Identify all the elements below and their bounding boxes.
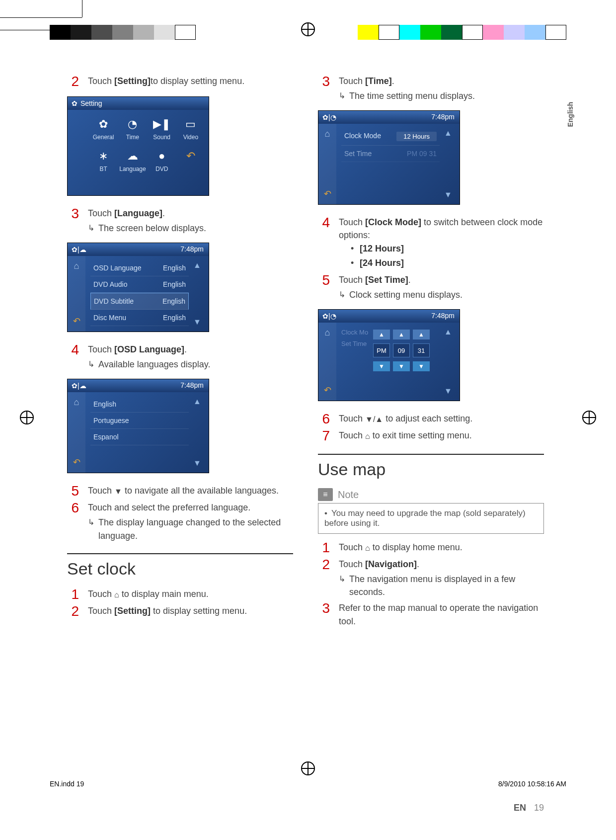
step-text: Touch ⌂ to display home menu. (339, 541, 544, 554)
step-text: Refer to the map manual to operate the n… (339, 601, 544, 627)
spinner-down-row: ▼▼▼ (373, 361, 430, 371)
gear-icon: ✿ (95, 116, 112, 133)
screenshot-sidebar: ⌂↶ (68, 256, 85, 332)
slug-timestamp: 8/9/2010 10:58:16 AM (498, 780, 566, 788)
down-arrow-icon: ▼ (193, 318, 201, 327)
up-arrow-icon: ▲ (413, 330, 430, 339)
updown-triangle-icon: ▼/▲ (365, 415, 383, 423)
menu-item: ▭Video (178, 114, 204, 143)
dvd-icon: ● (154, 148, 170, 165)
home-icon: ⌂ (74, 397, 79, 408)
screenshot-set-time: ✿|◔ 7:48pm ⌂↶ ▲▼ Clock Mo Set Time ▲▲▲ P… (318, 309, 460, 401)
list-item: DVD AudioEnglish (90, 276, 189, 293)
gear-icon: ✿|☁ (72, 246, 86, 253)
note-title: Note (338, 489, 359, 501)
scroll-arrows: ▲▼ (191, 397, 204, 468)
arrow-icon: ↳ (88, 358, 94, 371)
screenshot-sidebar: ⌂↶ (68, 392, 85, 473)
spinner-cell: 31 (413, 343, 430, 357)
scroll-arrows: ▲▼ (442, 328, 455, 396)
arrow-icon: ↳ (88, 516, 94, 542)
step-number: 1 (318, 541, 330, 555)
home-icon: ⌂ (74, 261, 79, 271)
back-icon: ↶ (182, 148, 199, 165)
back-icon: ↶ (324, 385, 331, 396)
menu-item: ●DVD (149, 146, 175, 174)
list-item: Espanol (90, 429, 189, 445)
registration-mark (582, 411, 596, 424)
step-number: 6 (318, 412, 330, 426)
down-arrow-icon: ▼ (444, 190, 452, 199)
bluetooth-icon: ∗ (95, 148, 112, 165)
gear-clock-icon: ✿|◔ (322, 312, 336, 320)
language-icon: ☁ (124, 148, 141, 165)
list-item: OSD LanguageEnglish (90, 260, 189, 276)
section-heading: Use map (318, 454, 544, 479)
menu-item: ☁Language (119, 146, 146, 174)
list-item: Portuguese (90, 413, 189, 429)
down-arrow-icon: ▼ (444, 387, 452, 396)
page-content: 2 Touch [Setting]to display setting menu… (67, 75, 544, 760)
arrow-icon: ↳ (88, 222, 94, 235)
up-arrow-icon: ▲ (373, 330, 390, 339)
gear-icon: ✿|☁ (72, 382, 86, 390)
screenshot-title: Setting (80, 99, 102, 107)
spinner-cell: PM (373, 343, 390, 357)
list-item: Set TimePM 09 31 (341, 146, 440, 162)
up-arrow-icon: ▲ (444, 129, 452, 138)
up-arrow-icon: ▲ (393, 330, 410, 339)
arrow-icon: ↳ (339, 289, 345, 302)
screenshot-sidebar: ⌂↶ (318, 124, 336, 204)
step-text: Touch [OSD Language]. ↳Available languag… (88, 343, 293, 371)
gear-clock-icon: ✿|◔ (322, 113, 336, 121)
colorbar-left (50, 25, 196, 40)
menu-item: ◔Time (119, 114, 146, 143)
home-icon: ⌂ (325, 328, 330, 338)
step-text: Touch and select the preferred language.… (88, 501, 293, 542)
step-number: 6 (67, 501, 79, 515)
screenshot-language-options: ✿|☁ 7:48pm ⌂↶ ▲▼ English Portuguese Espa… (67, 379, 209, 473)
step-number: 1 (67, 588, 79, 601)
step-number: 4 (67, 343, 79, 357)
home-icon: ⌂ (325, 129, 330, 139)
step-text: Touch [Time]. ↳The time setting menu dis… (339, 75, 544, 102)
menu-item: ▶❚Sound (149, 114, 175, 143)
step-text: Touch [Set Time]. ↳Clock setting menu di… (339, 273, 544, 301)
clock-icon: ◔ (124, 116, 141, 133)
spinner-cell: 09 (393, 343, 410, 357)
screenshot-setting-menu: ✿Setting ✿General ◔Time ▶❚Sound ▭Video ∗… (67, 96, 209, 196)
down-arrow-icon: ▼ (193, 459, 201, 468)
status-time: 7:48pm (180, 381, 204, 389)
step-text: Touch [Setting] to display setting menu. (88, 604, 293, 617)
spinner-up-row: ▲▲▲ (373, 330, 430, 339)
note-body: •You may need to upgrade the map (sold s… (318, 503, 544, 534)
down-arrow-icon: ▼ (393, 361, 410, 371)
arrow-icon: ↳ (339, 573, 345, 599)
sound-icon: ▶❚ (154, 116, 170, 133)
scroll-arrows: ▲▼ (191, 261, 204, 327)
home-icon: ⌂ (365, 544, 370, 552)
registration-mark (20, 411, 34, 424)
step-number: 5 (67, 484, 79, 498)
status-time: 7:48pm (431, 113, 455, 121)
status-time: 7:48pm (431, 312, 455, 320)
down-triangle-icon: ▼ (114, 487, 122, 496)
step-number: 2 (318, 558, 330, 572)
up-arrow-icon: ▲ (193, 397, 201, 406)
time-spinner: PM 09 31 (373, 343, 430, 357)
up-arrow-icon: ▲ (444, 328, 452, 336)
gear-icon: ✿ (72, 99, 77, 107)
step-text: Touch [Setting]to display setting menu. (88, 75, 293, 87)
section-heading: Set clock (67, 553, 293, 579)
status-time: 7:48pm (180, 245, 204, 253)
step-number: 4 (318, 216, 330, 230)
crop-line (0, 17, 82, 18)
step-number: 3 (67, 207, 79, 221)
home-icon: ⌂ (365, 432, 370, 440)
list-item: Disc MenuEnglish (90, 310, 189, 326)
step-text: Touch ▼/▲ to adjust each setting. (339, 412, 544, 425)
crop-line (82, 0, 82, 17)
list-item: Clock Mode12 Hours (341, 128, 440, 146)
language-tab: English (566, 102, 574, 127)
menu-item: ∗BT (90, 146, 116, 174)
